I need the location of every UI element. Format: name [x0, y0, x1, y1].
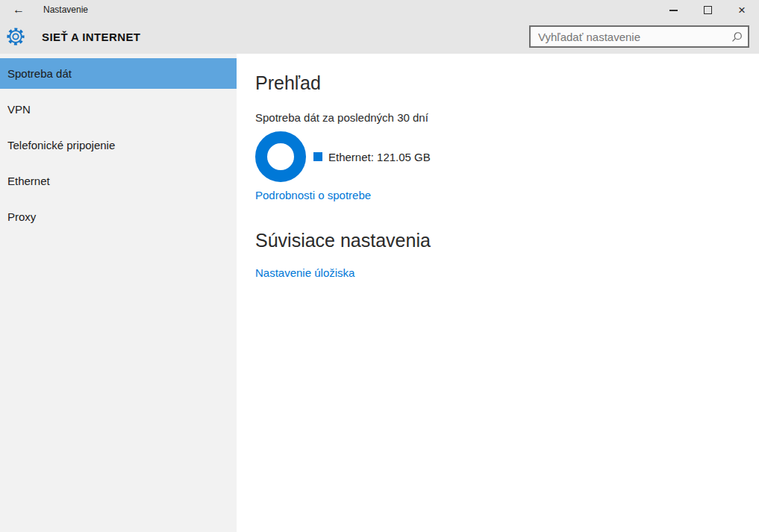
page-title: SIEŤ A INTERNET: [42, 31, 140, 43]
maximize-icon: [704, 6, 712, 14]
sidebar: Spotreba dát VPN Telefonické pripojenie …: [0, 54, 237, 532]
sidebar-item-label: Spotreba dát: [7, 67, 72, 80]
search-icon[interactable]: [725, 27, 748, 46]
legend-label: Ethernet: 121.05 GB: [328, 151, 431, 163]
sidebar-item-vpn[interactable]: VPN: [0, 94, 237, 125]
related-settings-heading: Súvisiace nastavenia: [255, 228, 431, 253]
usage-details-link[interactable]: Podrobnosti o spotrebe: [255, 188, 371, 203]
main-content: Prehľad Spotreba dát za posledných 30 dn…: [237, 54, 759, 532]
minimize-button[interactable]: [656, 0, 690, 19]
close-button[interactable]: ×: [725, 0, 759, 19]
topbar: ← Nastavenie ×: [0, 0, 759, 54]
back-arrow-icon: ←: [13, 3, 25, 16]
page-header: SIEŤ A INTERNET: [0, 19, 759, 54]
sidebar-item-label: VPN: [7, 103, 31, 116]
overview-heading: Prehľad: [255, 71, 321, 96]
settings-gear-icon: [6, 27, 25, 46]
storage-settings-link[interactable]: Nastavenie úložiska: [255, 266, 354, 281]
sidebar-item-dial-up[interactable]: Telefonické pripojenie: [0, 130, 237, 160]
sidebar-item-label: Ethernet: [7, 175, 50, 187]
window-title: Nastavenie: [43, 4, 88, 15]
data-usage-chart: Ethernet: 121.05 GB: [255, 131, 431, 182]
sidebar-item-proxy[interactable]: Proxy: [0, 201, 237, 232]
close-icon: ×: [738, 4, 746, 16]
chart-legend: Ethernet: 121.05 GB: [313, 151, 431, 163]
search-box[interactable]: [529, 25, 749, 48]
sidebar-item-label: Telefonické pripojenie: [7, 139, 115, 151]
legend-swatch: [313, 152, 322, 161]
window-controls: ×: [656, 0, 759, 19]
search-input[interactable]: [531, 27, 725, 46]
minimize-icon: [669, 10, 678, 11]
sidebar-item-label: Proxy: [7, 210, 36, 223]
back-button[interactable]: ←: [9, 0, 28, 19]
settings-window: ← Nastavenie ×: [0, 0, 759, 532]
usage-caption: Spotreba dát za posledných 30 dní: [255, 110, 428, 125]
donut-chart: [255, 131, 306, 182]
sidebar-item-data-usage[interactable]: Spotreba dát: [0, 58, 237, 89]
maximize-button[interactable]: [690, 0, 725, 19]
titlebar: ← Nastavenie ×: [0, 0, 759, 19]
sidebar-item-ethernet[interactable]: Ethernet: [0, 166, 237, 196]
